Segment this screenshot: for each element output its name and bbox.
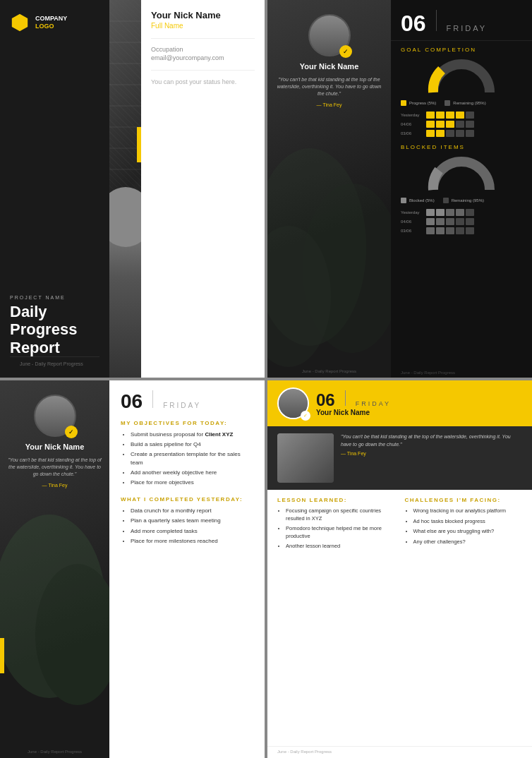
photo-image: [109, 0, 141, 378]
panel2-footer-left: June - Daily Report Progress: [267, 369, 391, 373]
panel2-profile: ✓ Your Nick Name "You can't be that kid …: [267, 0, 391, 378]
panel4-header-info: 06 FRIDAY Your Nick Name: [316, 390, 391, 416]
list-item: Focusing campaign on specific countries …: [286, 507, 395, 522]
panel2-content: GOAL COMPLETION Progress (5%: [391, 41, 532, 368]
legend-dot-blocked: [401, 198, 406, 203]
blocked-legend: Blocked (5%) Remaining (95%): [401, 198, 522, 203]
block: [456, 130, 464, 137]
panel3-profile: ✓ Your Nick Name "You can't be that kid …: [0, 380, 109, 758]
block: [446, 218, 454, 225]
panel-cover: COMPANY LOGO PROJECT NAME Daily Progress…: [0, 0, 265, 378]
block: [456, 209, 464, 216]
plant-texture: [267, 0, 391, 378]
list-item: Wrong tracking in our analytics platform: [413, 507, 523, 515]
bar-row-0406: 04/06: [401, 121, 522, 128]
legend-remaining: Remaining (95%): [445, 100, 485, 106]
blocked-donut: [401, 155, 522, 193]
verified-badge: ✓: [339, 45, 352, 58]
blocked-bar-0406: 04/06: [401, 218, 522, 225]
list-item: Plan a quarterly sales team meeting: [131, 517, 253, 524]
block: [456, 227, 464, 234]
block: [446, 227, 454, 234]
project-label: PROJECT NAME: [10, 295, 99, 300]
bar-blocks-yesterday: [426, 112, 474, 119]
panel4-nick-name: Your Nick Name: [316, 409, 391, 416]
block: [446, 121, 454, 128]
block: [436, 227, 445, 234]
panel3-quote-author: — Tina Fey: [42, 483, 68, 488]
panel3-day-name: FRIDAY: [163, 402, 201, 409]
panel4-header-divider: [345, 390, 346, 406]
list-item: Add another weekly objective here: [131, 469, 253, 476]
blocked-blocks-yesterday: [426, 209, 474, 216]
panel4-footer: June - Daily Report Progress: [267, 746, 532, 758]
legend-progress: Progress (5%): [401, 100, 436, 106]
panel3-day-number: 06: [121, 390, 143, 413]
panel-stats: ✓ Your Nick Name "You can't be that kid …: [267, 0, 532, 378]
list-item: Data crunch for a monthly report: [131, 507, 253, 515]
block: [426, 121, 435, 128]
hexagon-icon: [10, 13, 30, 32]
panel4-date: 06 FRIDAY: [316, 390, 391, 409]
panel3-avatar-wrap: ✓: [34, 395, 76, 437]
block: [456, 121, 464, 128]
panel4-quote-author: — Tina Fey: [341, 451, 522, 456]
panel4-day-name: FRIDAY: [356, 400, 391, 407]
panel3-header: 06 FRIDAY: [121, 390, 253, 413]
challenges-list: Wrong tracking in our analytics platform…: [405, 507, 523, 546]
main-grid: COMPANY LOGO PROJECT NAME Daily Progress…: [0, 0, 532, 758]
blocked-blocks-0306: [426, 227, 474, 234]
profile-divider-2: [151, 70, 255, 71]
panel2-quote-author: — Tina Fey: [317, 102, 342, 107]
lessons-list: Focusing campaign on specific countries …: [277, 507, 395, 551]
list-item: Another lesson learned: [286, 543, 395, 551]
panel2-header: 06 FRIDAY: [391, 0, 532, 41]
block: [426, 209, 435, 216]
completed-title: WHAT I COMPLETED YESTERDAY:: [121, 496, 253, 503]
profile-email: email@yourcompany.com: [151, 54, 255, 61]
panel3-content: 06 FRIDAY MY OBJECTIVES FOR TODAY: Submi…: [109, 380, 265, 758]
challenges-title: CHALLENGES I'M FACING:: [405, 497, 523, 503]
list-item: Pomodoro technique helped me be more pro…: [286, 525, 395, 540]
day-name: FRIDAY: [447, 24, 488, 32]
panel4-quote: "You can't be that kid standing at the t…: [341, 433, 522, 448]
block: [426, 227, 435, 234]
block: [466, 112, 474, 119]
list-item: Create a presentation template for the s…: [131, 450, 253, 466]
panel4-quote-text-area: "You can't be that kid standing at the t…: [341, 433, 522, 483]
block: [446, 130, 454, 137]
bar-label-0306: 03/06: [401, 131, 422, 136]
panel1-left: COMPANY LOGO PROJECT NAME Daily Progress…: [0, 0, 109, 378]
panel3-header-divider: [152, 390, 153, 408]
panel4-avatar-wrap: ✓: [277, 387, 309, 419]
block: [456, 218, 464, 225]
panel1-footer: June - Daily Report Progress: [10, 356, 99, 371]
blocked-bar-yesterday: Yesterday: [401, 209, 522, 216]
panel4-verified-badge: ✓: [301, 411, 310, 421]
avatar-wrap: ✓: [308, 14, 351, 56]
panel2-charts: 06 FRIDAY GOAL COMPLETION: [391, 0, 532, 378]
objectives-title: MY OBJECTIVES FOR TODAY:: [121, 420, 253, 426]
list-item: What else are you struggling with?: [413, 528, 523, 536]
logo-area: COMPANY LOGO: [10, 13, 99, 32]
blocked-bar-0306: 03/06: [401, 227, 522, 234]
blocked-donut-svg: [426, 155, 497, 193]
svg-marker-0: [12, 14, 28, 31]
profile-status: You can post your status here.: [151, 78, 255, 87]
completed-list: Data crunch for a monthly report Plan a …: [121, 507, 253, 545]
block: [456, 112, 464, 119]
block: [466, 130, 474, 137]
goal-donut-svg: [426, 57, 497, 96]
goal-legend: Progress (5%) Remaining (95%): [401, 100, 522, 106]
goal-section-title: GOAL COMPLETION: [401, 47, 522, 53]
blocked-section: BLOCKED ITEMS Blocked (5%): [401, 144, 522, 234]
panel-lessons: ✓ 06 FRIDAY Your Nick Name "You can't be…: [267, 380, 532, 758]
list-item: Add more completed tasks: [131, 527, 253, 535]
panel3-nick-name: Your Nick Name: [25, 443, 85, 451]
block: [426, 218, 435, 225]
bar-label-yesterday: Yesterday: [401, 113, 422, 117]
block: [436, 218, 445, 225]
block: [466, 218, 474, 225]
panel3-yellow-bar: [0, 638, 4, 673]
block: [436, 121, 445, 128]
